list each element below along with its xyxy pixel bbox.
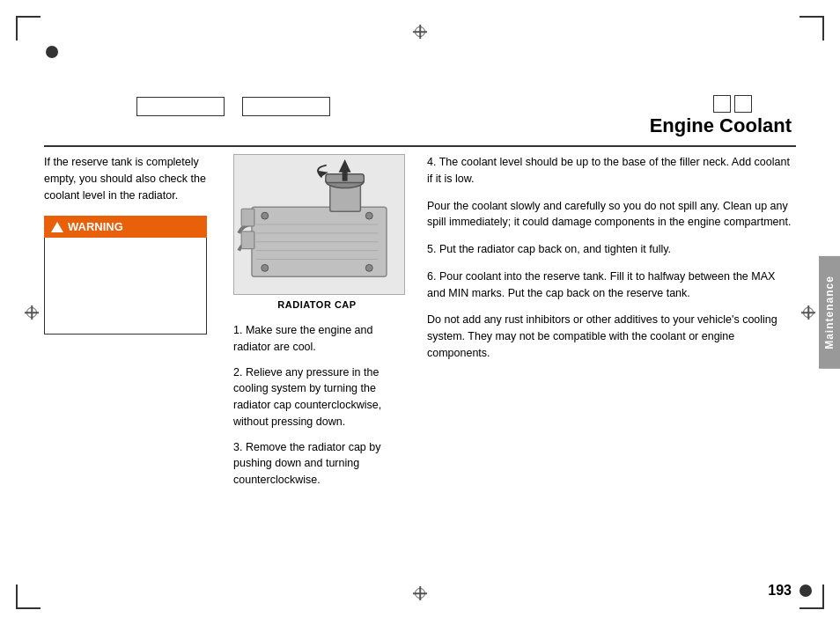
step-4-number: 4. — [427, 156, 436, 168]
step-6-number: 6. — [427, 270, 436, 283]
step-1-number: 1. — [233, 324, 242, 336]
section-title: Engine Coolant — [650, 114, 792, 137]
step-1: 1. Make sure the engine and radiator are… — [233, 322, 401, 356]
steps-list: 1. Make sure the engine and radiator are… — [233, 322, 401, 489]
warning-label: WARNING — [68, 220, 123, 233]
step-2-text: Relieve any pressure in the cooling syst… — [233, 366, 381, 428]
top-rect-right — [242, 97, 330, 116]
step-1-text: Make sure the engine and radiator are co… — [233, 324, 372, 353]
step-3-text: Remove the radiator cap by pushing down … — [233, 441, 380, 487]
svg-rect-6 — [343, 171, 348, 181]
step-4-text: The coolant level should be up to the ba… — [427, 156, 790, 185]
left-column: If the reserve tank is completely empty,… — [44, 154, 220, 572]
top-squares — [713, 95, 752, 113]
warning-box: WARNING — [44, 216, 207, 335]
top-rect-left — [136, 97, 225, 116]
svg-point-9 — [365, 212, 372, 219]
right-column: 4. The coolant level should be up to the… — [414, 154, 796, 572]
right-steps: 4. The coolant level should be up to the… — [427, 154, 796, 301]
step-4b-text: Pour the coolant slowly and carefully so… — [427, 200, 791, 229]
main-content: If the reserve tank is completely empty,… — [44, 154, 796, 572]
warning-body — [44, 238, 207, 335]
page-number: 193 — [768, 583, 792, 599]
middle-column: RADIATOR CAP 1. Make sure the engine and… — [220, 154, 414, 572]
svg-rect-17 — [241, 209, 254, 226]
svg-point-11 — [365, 264, 372, 271]
svg-point-10 — [262, 264, 269, 271]
step-5-number: 5. — [427, 243, 436, 255]
right-step-5: 5. Put the radiator cap back on, and tig… — [427, 241, 796, 258]
right-step-4: 4. The coolant level should be up to the… — [427, 154, 796, 188]
radiator-illustration — [234, 155, 404, 294]
radiator-label: RADIATOR CAP — [233, 299, 401, 310]
corner-br — [799, 585, 824, 609]
top-square-left — [713, 95, 731, 113]
step-5-text: Put the radiator cap back on, and tighte… — [439, 243, 671, 255]
step-2: 2. Relieve any pressure in the cooling s… — [233, 364, 401, 430]
corner-bl — [16, 585, 41, 609]
step-6-text: Pour coolant into the reserve tank. Fill… — [427, 270, 775, 299]
step-3: 3. Remove the radiator cap by pushing do… — [233, 439, 401, 489]
warning-header: WARNING — [44, 216, 207, 238]
bottom-crosshair — [413, 586, 427, 600]
sidebar-label: Maintenance — [819, 256, 840, 369]
intro-text: If the reserve tank is completely empty,… — [44, 154, 207, 203]
top-square-right — [734, 95, 752, 113]
svg-rect-18 — [241, 232, 254, 249]
svg-point-8 — [262, 212, 269, 219]
step-3-number: 3. — [233, 441, 242, 453]
top-rects — [136, 97, 330, 116]
bottom-right-circle — [799, 585, 812, 597]
header-divider — [44, 145, 796, 147]
warning-triangle-icon — [51, 222, 63, 232]
right-step-4b: Pour the coolant slowly and carefully so… — [427, 198, 796, 232]
note-text: Do not add any rust inhibitors or other … — [427, 312, 796, 361]
right-step-6: 6. Pour coolant into the reserve tank. F… — [427, 268, 796, 302]
step-2-number: 2. — [233, 366, 242, 379]
radiator-image — [233, 154, 405, 295]
right-mid-crosshair — [801, 305, 815, 320]
header: Engine Coolant — [0, 0, 840, 145]
left-mid-crosshair — [25, 305, 39, 320]
